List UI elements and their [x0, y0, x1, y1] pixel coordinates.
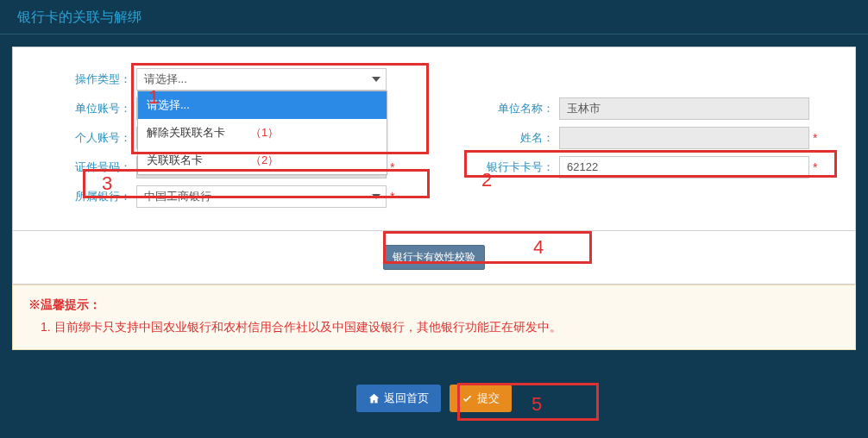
dropdown-item-unbind[interactable]: 解除关联联名卡 （1） — [138, 119, 387, 147]
select-bank-value: 中国工商银行 — [144, 190, 211, 203]
select-op-type-value: 请选择... — [144, 72, 187, 85]
home-button-label: 返回首页 — [384, 391, 429, 406]
footer-buttons: 返回首页 提交 — [0, 366, 868, 431]
required-mark: * — [813, 131, 817, 145]
chevron-down-icon — [372, 194, 381, 199]
submit-button-label: 提交 — [477, 391, 500, 406]
tip-title: ※温馨提示： — [28, 297, 840, 313]
dropdown-op-type: 请选择... 解除关联联名卡 （1） 关联联名卡 （2） — [137, 91, 387, 175]
dropdown-item-text: 解除关联联名卡 — [147, 126, 225, 139]
label-bank: 所属银行： — [37, 189, 136, 204]
label-unit-acct: 单位账号： — [37, 101, 136, 116]
dropdown-item-text: 请选择... — [147, 98, 190, 111]
form-area: 操作类型： 请选择... 请选择... 解除关联联名卡 （1） — [13, 56, 855, 230]
required-mark: * — [390, 160, 394, 174]
input-card-no-value: 62122 — [567, 160, 598, 173]
home-icon — [368, 393, 380, 404]
dropdown-item-text: 关联联名卡 — [147, 153, 203, 166]
input-card-no[interactable]: 62122 — [559, 156, 809, 178]
validate-card-button[interactable]: 银行卡有效性校验 — [383, 245, 485, 270]
row-bank: 所属银行： 中国工商银行 * — [37, 185, 831, 208]
label-name: 姓名： — [434, 130, 559, 146]
tip-box: ※温馨提示： 1. 目前绑卡只支持中国农业银行和农村信用合作社以及中国建设银行，… — [12, 285, 856, 350]
input-unit-name[interactable]: 玉林市 — [559, 97, 809, 120]
option-annotation: （2） — [250, 150, 279, 171]
option-annotation: （1） — [250, 122, 279, 143]
input-name[interactable] — [559, 127, 809, 149]
page-title: 银行卡的关联与解绑 — [0, 0, 868, 34]
input-unit-name-value: 玉林市 — [567, 102, 601, 115]
main-panel: 操作类型： 请选择... 请选择... 解除关联联名卡 （1） — [12, 47, 856, 285]
label-id-no: 证件号码： — [37, 160, 136, 175]
label-unit-name: 单位名称： — [434, 101, 559, 116]
dropdown-item-bind[interactable]: 关联联名卡 （2） — [138, 147, 387, 174]
label-card-no: 银行卡卡号： — [434, 160, 559, 175]
select-bank[interactable]: 中国工商银行 — [136, 185, 387, 208]
chevron-down-icon — [372, 77, 381, 82]
validate-area: 银行卡有效性校验 — [13, 230, 855, 284]
label-pers-acct: 个人账号： — [37, 130, 136, 146]
required-mark: * — [813, 160, 817, 174]
check-icon — [462, 393, 473, 404]
home-button[interactable]: 返回首页 — [356, 385, 441, 412]
validate-card-button-label: 银行卡有效性校验 — [393, 251, 475, 263]
tip-body: 1. 目前绑卡只支持中国农业银行和农村信用合作社以及中国建设银行，其他银行功能正… — [28, 320, 840, 335]
page-title-text: 银行卡的关联与解绑 — [17, 9, 142, 24]
required-mark: * — [390, 190, 394, 203]
row-op-type: 操作类型： 请选择... 请选择... 解除关联联名卡 （1） — [37, 68, 831, 91]
label-op-type: 操作类型： — [37, 72, 136, 87]
select-op-type[interactable]: 请选择... 请选择... 解除关联联名卡 （1） — [136, 68, 387, 91]
submit-button[interactable]: 提交 — [450, 385, 512, 412]
dropdown-item-please-select[interactable]: 请选择... — [138, 91, 387, 119]
